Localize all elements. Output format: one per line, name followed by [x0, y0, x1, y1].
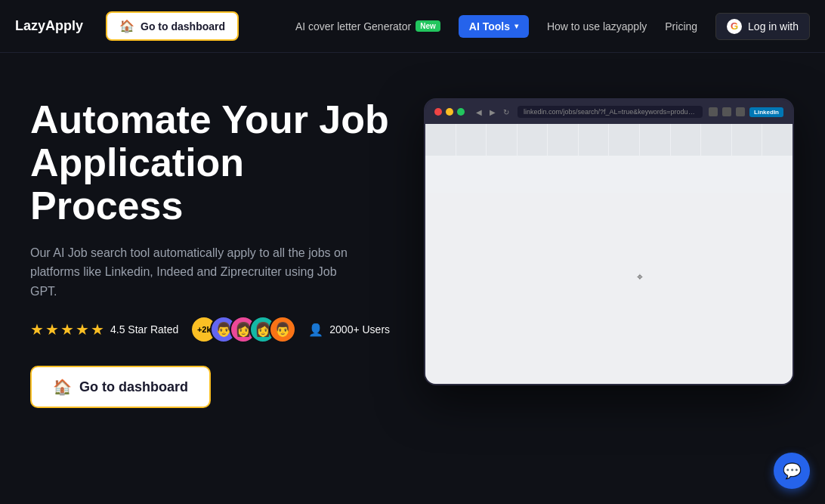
hero-right: ◀ ▶ ↻ linkedin.com/jobs/search/?f_AL=tru…	[423, 98, 795, 385]
login-button[interactable]: G Log in with	[715, 13, 810, 40]
browser-toolbar-icons: LinkedIn	[709, 107, 783, 117]
hero-left: Automate Your Job Application Process Ou…	[30, 98, 393, 408]
users-icon: 👤	[308, 323, 323, 337]
grid-cell	[548, 124, 578, 156]
grid-cell	[732, 124, 762, 156]
hero-title-line2: Application Process	[30, 141, 244, 227]
floating-chat-icon: 💬	[783, 462, 802, 480]
navbar: LazyApply 🏠 Go to dashboard AI cover let…	[0, 0, 825, 53]
ai-cover-label: AI cover letter Generator	[295, 20, 411, 32]
grid-cell	[579, 124, 609, 156]
grid-cell	[456, 124, 487, 156]
star-4: ★	[76, 320, 89, 339]
avatar-group: +2k	[190, 316, 296, 343]
grid-cell	[762, 124, 793, 156]
grid-cell	[518, 124, 548, 156]
nav-dashboard-label: Go to dashboard	[141, 20, 225, 32]
browser-refresh-icon[interactable]: ↻	[501, 107, 511, 117]
pricing-link[interactable]: Pricing	[665, 20, 697, 32]
grid-cell	[640, 124, 670, 156]
browser-topbar: ◀ ▶ ↻ linkedin.com/jobs/search/?f_AL=tru…	[425, 100, 793, 124]
browser-nav-buttons: ◀ ▶ ↻	[474, 107, 511, 117]
cta-label: Go to dashboard	[79, 379, 188, 395]
social-proof: ★ ★ ★ ★ ★ 4.5 Star Rated +2k 👤 2000+ Use…	[30, 316, 393, 343]
cta-dashboard-button[interactable]: 🏠 Go to dashboard	[30, 366, 211, 408]
browser-controls	[434, 108, 465, 116]
login-label: Log in with	[748, 20, 799, 32]
browser-maximize-dot[interactable]	[457, 108, 465, 116]
linkedin-button[interactable]: LinkedIn	[749, 107, 783, 117]
star-3: ★	[60, 320, 74, 339]
grid-cell	[487, 124, 517, 156]
new-badge: New	[416, 20, 440, 32]
hero-section: Automate Your Job Application Process Ou…	[0, 53, 825, 504]
grid-cell	[671, 124, 701, 156]
browser-page-grid	[425, 124, 793, 384]
ai-tools-button[interactable]: AI Tools ▾	[459, 15, 529, 38]
grid-cell	[701, 124, 731, 156]
avatar-4	[269, 316, 296, 343]
google-g-letter: G	[731, 21, 738, 31]
ai-tools-label: AI Tools	[469, 20, 510, 32]
browser-cursor-icon: ⌖	[637, 271, 646, 280]
rating-text: 4.5 Star Rated	[110, 323, 178, 335]
browser-icon-1	[709, 107, 718, 116]
cta-house-icon: 🏠	[53, 378, 72, 396]
users-count: 👤 2000+ Users	[308, 323, 390, 337]
browser-icon-3	[736, 107, 745, 116]
star-5: ★	[91, 320, 104, 339]
browser-icon-2	[722, 107, 731, 116]
browser-content: ⌖	[425, 124, 793, 384]
brand-logo: LazyApply	[15, 18, 83, 34]
grid-cell	[609, 124, 639, 156]
browser-close-dot[interactable]	[434, 108, 442, 116]
hero-cta: 🏠 Go to dashboard	[30, 366, 393, 408]
hero-title: Automate Your Job Application Process	[30, 98, 393, 228]
hero-title-line1: Automate Your Job	[30, 97, 389, 141]
star-rating: ★ ★ ★ ★ ★ 4.5 Star Rated	[30, 320, 178, 339]
browser-minimize-dot[interactable]	[446, 108, 453, 116]
house-icon: 🏠	[119, 19, 134, 33]
nav-dashboard-button[interactable]: 🏠 Go to dashboard	[106, 11, 239, 41]
grid-cell	[425, 124, 456, 156]
how-to-use-link[interactable]: How to use lazyapply	[547, 20, 647, 32]
star-1: ★	[30, 320, 44, 339]
browser-back-icon[interactable]: ◀	[474, 107, 484, 117]
browser-mockup: ◀ ▶ ↻ linkedin.com/jobs/search/?f_AL=tru…	[424, 98, 794, 385]
browser-forward-icon[interactable]: ▶	[487, 107, 498, 117]
chevron-down-icon: ▾	[514, 22, 518, 30]
google-icon: G	[727, 19, 742, 34]
hero-subtitle: Our AI Job search tool automatically app…	[30, 243, 363, 301]
users-text: 2000+ Users	[329, 323, 390, 335]
floating-action-button[interactable]: 💬	[774, 453, 810, 489]
star-2: ★	[45, 320, 59, 339]
nav-links: AI cover letter Generator New AI Tools ▾…	[295, 13, 810, 40]
browser-address-bar[interactable]: linkedin.com/jobs/search/?f_AL=true&keyw…	[518, 106, 703, 118]
ai-cover-link[interactable]: AI cover letter Generator New	[295, 20, 440, 32]
